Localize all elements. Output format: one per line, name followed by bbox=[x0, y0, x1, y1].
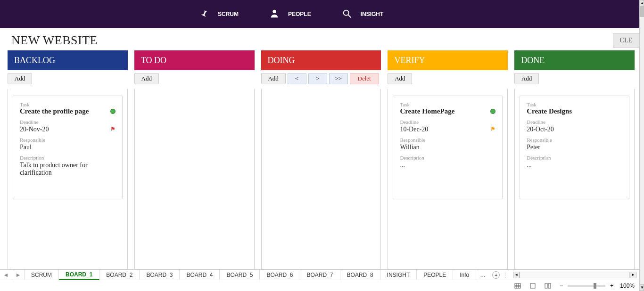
tab-board_6[interactable]: BOARD_6 bbox=[260, 270, 300, 280]
column-body bbox=[261, 89, 381, 269]
scroll-left-icon[interactable]: ◄ bbox=[513, 272, 520, 278]
task-label: Task bbox=[20, 102, 116, 107]
tab-nav-next[interactable]: ► bbox=[12, 270, 25, 280]
task-label: Task bbox=[527, 102, 622, 107]
add-button[interactable]: Add bbox=[261, 73, 286, 84]
add-button[interactable]: Add bbox=[8, 73, 32, 84]
zoom-slider[interactable]: − + bbox=[558, 283, 615, 289]
tab-board_1[interactable]: BOARD_1 bbox=[59, 270, 99, 280]
add-sheet-button[interactable]: + bbox=[492, 271, 500, 279]
tab-people[interactable]: PEOPLE bbox=[417, 270, 453, 280]
window-scroll-thumb[interactable] bbox=[640, 7, 644, 17]
scroll-up-icon[interactable]: ▲ bbox=[640, 0, 644, 7]
column-buttons: Add bbox=[134, 70, 255, 89]
tab-insight[interactable]: INSIGHT bbox=[380, 270, 417, 280]
tab-nav-prev[interactable]: ◄ bbox=[0, 270, 12, 280]
task-card[interactable]: TaskCreate HomePageDeadline10-Dec-20⚑Res… bbox=[393, 96, 503, 199]
status-dot-icon bbox=[110, 109, 116, 114]
deadline-value: 20-Nov-20 bbox=[20, 126, 110, 133]
nav-people[interactable]: PEOPLE bbox=[269, 8, 311, 20]
svg-rect-3 bbox=[515, 283, 520, 288]
svg-point-0 bbox=[272, 10, 276, 13]
nav-insight[interactable]: INSIGHT bbox=[342, 8, 384, 20]
zoom-track[interactable] bbox=[568, 285, 605, 287]
tab-scrum[interactable]: SCRUM bbox=[25, 270, 59, 280]
page-title: NEW WEBSITE bbox=[11, 34, 613, 47]
add-button[interactable]: Add bbox=[134, 73, 159, 84]
svg-rect-10 bbox=[548, 283, 551, 288]
status-dot-icon bbox=[490, 109, 495, 114]
horizontal-scrollbar[interactable]: ◄ ► bbox=[513, 272, 636, 278]
column-buttons: Add<>>>Delet bbox=[261, 70, 381, 89]
column-header: BACKLOG bbox=[8, 50, 128, 70]
task-title: Create HomePage bbox=[400, 107, 490, 115]
column-buttons: Add bbox=[388, 70, 508, 89]
description-label: Description bbox=[400, 155, 495, 161]
cle-button[interactable]: CLE bbox=[613, 33, 639, 48]
responsible-value: Peter bbox=[527, 144, 622, 151]
add-button[interactable]: Add bbox=[514, 73, 539, 84]
column-doing: DOINGAdd<>>>Delet bbox=[261, 50, 381, 269]
window-scrollbar[interactable]: ▲ ▼ bbox=[639, 0, 644, 291]
window-scroll-track[interactable] bbox=[640, 7, 644, 284]
task-title: Create the profile page bbox=[20, 107, 110, 115]
tab-info[interactable]: Info bbox=[453, 270, 476, 280]
zoom-in-button[interactable]: + bbox=[608, 283, 615, 289]
tab-overflow[interactable]: … bbox=[476, 272, 489, 278]
flag-icon: ⚑ bbox=[490, 126, 495, 132]
zoom-out-button[interactable]: − bbox=[558, 283, 565, 289]
flag-icon: ⚑ bbox=[110, 126, 116, 132]
title-row: NEW WEBSITE CLE bbox=[0, 28, 639, 50]
svg-rect-9 bbox=[545, 283, 547, 288]
task-card[interactable]: TaskCreate DesignsDeadline20-Oct-20Respo… bbox=[520, 96, 629, 199]
description-label: Description bbox=[20, 155, 116, 161]
description-value: ... bbox=[527, 162, 622, 169]
nav-button[interactable]: > bbox=[308, 73, 327, 84]
task-card[interactable]: TaskCreate the profile pageDeadline20-No… bbox=[13, 96, 123, 199]
scroll-track[interactable] bbox=[520, 272, 630, 278]
tab-board_2[interactable]: BOARD_2 bbox=[99, 270, 140, 280]
task-title: Create Designs bbox=[527, 107, 622, 115]
column-header: DOING bbox=[261, 50, 381, 70]
delete-button[interactable]: Delet bbox=[350, 73, 379, 84]
deadline-label: Deadline bbox=[400, 119, 495, 125]
sheet-tabs: ◄ ► SCRUMBOARD_1BOARD_2BOARD_3BOARD_4BOA… bbox=[0, 269, 639, 280]
column-buttons: Add bbox=[514, 70, 635, 89]
tab-board_3[interactable]: BOARD_3 bbox=[140, 270, 180, 280]
add-button[interactable]: Add bbox=[388, 73, 412, 84]
view-page-layout-icon[interactable] bbox=[528, 282, 538, 290]
zoom-level[interactable]: 100% bbox=[620, 283, 635, 289]
nav-button[interactable]: >> bbox=[329, 73, 348, 84]
nav-button[interactable]: < bbox=[288, 73, 306, 84]
nav-label: PEOPLE bbox=[288, 11, 311, 17]
responsible-value: Willian bbox=[400, 144, 495, 151]
column-header: TO DO bbox=[134, 50, 255, 70]
column-verify: VERIFYAddTaskCreate HomePageDeadline10-D… bbox=[388, 50, 508, 269]
tab-board_4[interactable]: BOARD_4 bbox=[180, 270, 220, 280]
scroll-down-icon[interactable]: ▼ bbox=[640, 284, 644, 291]
nav-label: INSIGHT bbox=[361, 11, 384, 17]
pin-icon bbox=[198, 8, 209, 20]
top-nav: SCRUMPEOPLEINSIGHT bbox=[0, 0, 639, 28]
responsible-label: Responsible bbox=[400, 137, 495, 143]
zoom-handle[interactable] bbox=[594, 283, 596, 289]
view-page-break-icon[interactable] bbox=[543, 282, 553, 290]
status-bar: − + 100% bbox=[0, 280, 639, 291]
column-body bbox=[134, 89, 255, 269]
responsible-label: Responsible bbox=[20, 137, 116, 143]
task-label: Task bbox=[400, 102, 495, 107]
view-normal-icon[interactable] bbox=[512, 282, 523, 290]
column-header: VERIFY bbox=[388, 50, 508, 70]
tab-board_8[interactable]: BOARD_8 bbox=[340, 270, 380, 280]
column-body: TaskCreate HomePageDeadline10-Dec-20⚑Res… bbox=[388, 89, 508, 269]
tab-board_7[interactable]: BOARD_7 bbox=[300, 270, 340, 280]
deadline-value: 10-Dec-20 bbox=[400, 126, 490, 133]
svg-point-1 bbox=[343, 10, 348, 16]
column-body: TaskCreate DesignsDeadline20-Oct-20Respo… bbox=[514, 89, 635, 269]
scroll-right-icon[interactable]: ► bbox=[630, 272, 636, 278]
tab-board_5[interactable]: BOARD_5 bbox=[220, 270, 260, 280]
deadline-label: Deadline bbox=[20, 119, 116, 125]
column-done: DONEAddTaskCreate DesignsDeadline20-Oct-… bbox=[514, 50, 635, 269]
nav-scrum[interactable]: SCRUM bbox=[198, 8, 239, 20]
description-value: Talk to product owner for clarification bbox=[20, 162, 116, 177]
